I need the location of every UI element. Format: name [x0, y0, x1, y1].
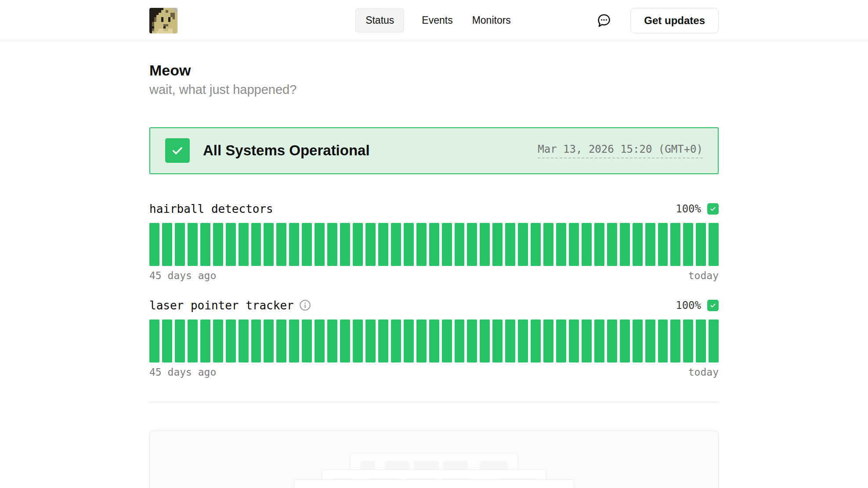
- uptime-bar[interactable]: [594, 319, 604, 362]
- uptime-bar[interactable]: [594, 223, 604, 266]
- uptime-bar[interactable]: [455, 223, 465, 266]
- uptime-bar[interactable]: [404, 319, 414, 362]
- uptime-bar[interactable]: [429, 223, 439, 266]
- uptime-bar[interactable]: [531, 319, 541, 362]
- uptime-bar[interactable]: [276, 319, 286, 362]
- monitor-status-group: 100%: [676, 203, 719, 215]
- uptime-bar[interactable]: [492, 223, 503, 266]
- uptime-bar[interactable]: [302, 319, 312, 362]
- uptime-bar[interactable]: [620, 223, 630, 266]
- uptime-bar[interactable]: [276, 223, 286, 266]
- uptime-bar[interactable]: [340, 319, 350, 362]
- uptime-bar[interactable]: [264, 319, 274, 362]
- uptime-bar[interactable]: [480, 223, 490, 266]
- uptime-bar[interactable]: [416, 223, 427, 266]
- status-timestamp[interactable]: Mar 13, 2026 15:20 (GMT+0): [538, 143, 703, 158]
- uptime-bar[interactable]: [645, 223, 655, 266]
- uptime-bar[interactable]: [353, 223, 363, 266]
- uptime-bar[interactable]: [467, 319, 477, 362]
- uptime-bar[interactable]: [543, 319, 553, 362]
- uptime-bar[interactable]: [365, 223, 376, 266]
- uptime-bar[interactable]: [251, 319, 261, 362]
- uptime-bar[interactable]: [582, 223, 592, 266]
- uptime-bar[interactable]: [200, 319, 210, 362]
- uptime-bar[interactable]: [645, 319, 655, 362]
- uptime-bar[interactable]: [289, 319, 299, 362]
- uptime-bar[interactable]: [607, 319, 617, 362]
- uptime-bar[interactable]: [442, 319, 452, 362]
- uptime-bar[interactable]: [633, 223, 643, 266]
- uptime-bar[interactable]: [569, 319, 579, 362]
- uptime-bar[interactable]: [239, 223, 249, 266]
- uptime-bar[interactable]: [480, 319, 490, 362]
- uptime-bar[interactable]: [188, 223, 198, 266]
- uptime-bar[interactable]: [213, 223, 223, 266]
- feedback-chat-button[interactable]: [596, 13, 612, 29]
- uptime-bar[interactable]: [556, 223, 566, 266]
- uptime-bar[interactable]: [455, 319, 465, 362]
- uptime-bar[interactable]: [391, 319, 401, 362]
- uptime-bar[interactable]: [162, 319, 172, 362]
- uptime-bar[interactable]: [340, 223, 350, 266]
- uptime-bar[interactable]: [467, 223, 477, 266]
- uptime-bar[interactable]: [378, 319, 388, 362]
- uptime-bar[interactable]: [226, 223, 236, 266]
- uptime-bar[interactable]: [327, 319, 337, 362]
- tab-events[interactable]: Events: [420, 9, 454, 32]
- uptime-bar[interactable]: [416, 319, 427, 362]
- uptime-bar[interactable]: [404, 223, 414, 266]
- tab-monitors[interactable]: Monitors: [470, 9, 513, 32]
- uptime-bar[interactable]: [188, 319, 198, 362]
- uptime-bar[interactable]: [670, 223, 680, 266]
- site-logo[interactable]: [149, 8, 177, 33]
- uptime-bar[interactable]: [696, 223, 706, 266]
- uptime-bar[interactable]: [683, 319, 693, 362]
- uptime-bar[interactable]: [569, 223, 579, 266]
- uptime-bar[interactable]: [543, 223, 553, 266]
- uptime-bar[interactable]: [683, 223, 693, 266]
- uptime-bar[interactable]: [378, 223, 388, 266]
- uptime-bar[interactable]: [607, 223, 617, 266]
- uptime-bar[interactable]: [518, 319, 528, 362]
- uptime-bar[interactable]: [149, 223, 159, 266]
- get-updates-button[interactable]: Get updates: [630, 8, 719, 33]
- uptime-bar[interactable]: [315, 223, 325, 266]
- uptime-bar[interactable]: [658, 319, 668, 362]
- uptime-bar[interactable]: [505, 319, 515, 362]
- uptime-bar[interactable]: [149, 319, 159, 362]
- uptime-bar[interactable]: [391, 223, 401, 266]
- uptime-bar[interactable]: [709, 223, 719, 266]
- uptime-bar[interactable]: [505, 223, 515, 266]
- uptime-bar[interactable]: [226, 319, 236, 362]
- uptime-bar[interactable]: [365, 319, 376, 362]
- uptime-bar[interactable]: [175, 319, 185, 362]
- uptime-bar[interactable]: [239, 319, 249, 362]
- uptime-bar[interactable]: [327, 223, 337, 266]
- uptime-bar[interactable]: [658, 223, 668, 266]
- uptime-bar[interactable]: [353, 319, 363, 362]
- uptime-bar[interactable]: [518, 223, 528, 266]
- header-right: Get updates: [513, 8, 719, 33]
- uptime-bar[interactable]: [315, 319, 325, 362]
- uptime-bar[interactable]: [162, 223, 172, 266]
- uptime-bar[interactable]: [696, 319, 706, 362]
- uptime-bar[interactable]: [670, 319, 680, 362]
- uptime-bar[interactable]: [289, 223, 299, 266]
- uptime-bar[interactable]: [556, 319, 566, 362]
- uptime-bar[interactable]: [175, 223, 185, 266]
- uptime-bar[interactable]: [531, 223, 541, 266]
- uptime-bar[interactable]: [213, 319, 223, 362]
- uptime-bar[interactable]: [620, 319, 630, 362]
- uptime-bar[interactable]: [302, 223, 312, 266]
- uptime-bar[interactable]: [264, 223, 274, 266]
- uptime-bar[interactable]: [633, 319, 643, 362]
- monitor-info-button[interactable]: [299, 299, 311, 311]
- tab-status[interactable]: Status: [355, 8, 404, 32]
- uptime-bar[interactable]: [429, 319, 439, 362]
- uptime-bar[interactable]: [709, 319, 719, 362]
- uptime-bar[interactable]: [251, 223, 261, 266]
- uptime-bar[interactable]: [442, 223, 452, 266]
- uptime-bar[interactable]: [200, 223, 210, 266]
- uptime-bar[interactable]: [582, 319, 592, 362]
- uptime-bar[interactable]: [492, 319, 503, 362]
